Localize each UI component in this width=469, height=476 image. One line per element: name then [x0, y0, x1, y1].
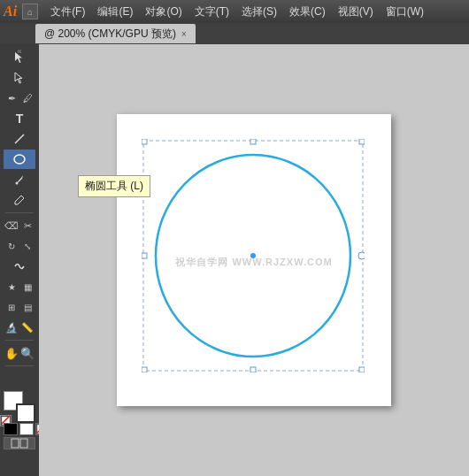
eyedropper-tool[interactable]: 🔬 [4, 318, 19, 337]
svg-point-1 [14, 155, 25, 164]
black-swatch[interactable] [4, 423, 18, 435]
curvature-tool[interactable]: 🖊 [19, 88, 35, 108]
menu-edit[interactable]: 编辑(E) [92, 3, 138, 21]
svg-point-21 [358, 252, 365, 259]
symbol-sprayer-tool[interactable]: ★ [4, 277, 19, 296]
svg-rect-8 [12, 439, 19, 448]
ai-logo: Ai [4, 4, 17, 19]
tab-label: @ 200% (CMYK/GPU 预览) [44, 27, 176, 42]
menu-window[interactable]: 窗口(W) [381, 3, 429, 21]
menu-view[interactable]: 视图(V) [333, 3, 379, 21]
selection-tool[interactable] [4, 48, 35, 67]
ellipse-tool[interactable] [4, 150, 35, 169]
hand-tool[interactable]: ✋ [4, 343, 19, 363]
menu-select[interactable]: 选择(S) [236, 3, 282, 21]
tab-bar: @ 200% (CMYK/GPU 预览) × [0, 23, 469, 44]
menu-bar: 文件(F) 编辑(E) 对象(O) 文字(T) 选择(S) 效果(C) 视图(V… [45, 3, 429, 21]
menu-object[interactable]: 对象(O) [140, 3, 187, 21]
svg-point-20 [250, 253, 256, 258]
title-bar: Ai ⌂ 文件(F) 编辑(E) 对象(O) 文字(T) 选择(S) 效果(C)… [0, 0, 469, 23]
active-tab[interactable]: @ 200% (CMYK/GPU 预览) × [35, 24, 196, 43]
menu-text[interactable]: 文字(T) [189, 3, 234, 21]
divider-1 [5, 212, 34, 213]
column-graph-tool[interactable]: ▦ [19, 277, 35, 296]
canvas-area[interactable]: 祝华自学网 WWW.RJZXW.COM [39, 44, 469, 476]
svg-rect-9 [20, 439, 27, 448]
color-section [4, 391, 35, 423]
divider-2 [5, 340, 34, 341]
svg-rect-17 [142, 367, 147, 372]
pen-tool-group: ✒ 🖊 [4, 88, 35, 108]
mesh-tool[interactable]: ⊞ [4, 297, 19, 317]
divider-3 [5, 365, 34, 366]
menu-file[interactable]: 文件(F) [45, 3, 90, 21]
scissors-tool[interactable]: ✂ [19, 216, 35, 235]
svg-rect-12 [142, 139, 147, 144]
change-screen-mode-button[interactable] [4, 437, 35, 449]
svg-point-2 [16, 182, 19, 185]
pencil-tool[interactable] [4, 190, 35, 210]
graph-tool-group: ★ ▦ [4, 277, 35, 296]
ellipse-svg [142, 139, 365, 372]
svg-rect-19 [359, 367, 365, 372]
measure-tool[interactable]: 📏 [19, 318, 35, 337]
rotate-tool-group: ↻ ⤡ [4, 236, 35, 256]
mesh-tool-group: ⊞ ▤ [4, 297, 35, 317]
rotate-tool[interactable]: ↻ [4, 236, 19, 256]
svg-rect-14 [359, 139, 365, 144]
pen-tool[interactable]: ✒ [4, 88, 19, 108]
stroke-color-box[interactable] [16, 403, 35, 423]
main-layout: « ✒ 🖊 T [0, 44, 469, 476]
eyedropper-tool-group: 🔬 📏 [4, 318, 35, 337]
svg-rect-15 [142, 253, 147, 258]
tab-close-button[interactable]: × [181, 29, 187, 39]
stroke-fill-box [4, 391, 35, 423]
gradient-tool[interactable]: ▤ [19, 297, 35, 317]
svg-rect-18 [250, 367, 256, 372]
direct-selection-tool[interactable] [4, 68, 35, 88]
zoom-tool[interactable]: 🔍 [19, 343, 35, 363]
svg-line-3 [21, 196, 24, 198]
toolbar: « ✒ 🖊 T [0, 44, 39, 476]
artboard: 祝华自学网 WWW.RJZXW.COM [117, 114, 391, 406]
warp-tool[interactable] [4, 257, 35, 276]
line-segment-tool[interactable] [4, 129, 35, 149]
home-icon[interactable]: ⌂ [22, 4, 38, 19]
type-tool[interactable]: T [4, 109, 35, 128]
eraser-tool[interactable]: ⌫ [4, 216, 19, 235]
eraser-tool-group: ⌫ ✂ [4, 216, 35, 235]
paintbrush-tool[interactable] [4, 170, 35, 189]
scale-tool[interactable]: ⤡ [19, 236, 35, 256]
svg-line-0 [15, 134, 24, 143]
hand-tool-group: ✋ 🔍 [4, 343, 35, 363]
ellipse-container[interactable] [142, 139, 365, 372]
menu-effect[interactable]: 效果(C) [284, 3, 331, 21]
white-swatch[interactable] [19, 423, 34, 435]
svg-rect-13 [250, 139, 256, 144]
